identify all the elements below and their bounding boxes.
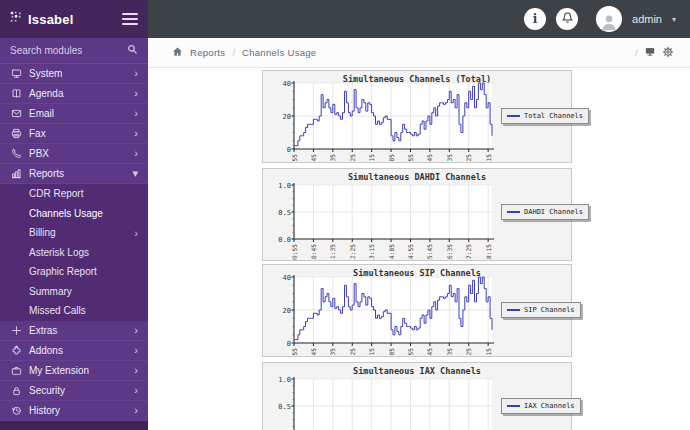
sidebar-subitem-asterisk-logs[interactable]: Asterisk Logs (0, 243, 148, 263)
chevron-right-icon: › (134, 88, 138, 99)
sidebar-item-agenda[interactable]: Agenda› (0, 84, 148, 104)
printer-icon (10, 128, 22, 140)
sidebar-item-label: Fax (29, 128, 46, 139)
chart-card-simultaneous-dahdi-channels: Simultaneous DAHDI Channels1.00.50.009:5… (262, 168, 572, 261)
chevron-down-icon: ▾ (132, 168, 138, 179)
home-icon[interactable] (172, 46, 183, 59)
chart-card-simultaneous-iax-channels: Simultaneous IAX Channels1.00.50.009:551… (262, 362, 572, 430)
sidebar-subitem-billing[interactable]: Billing› (0, 223, 148, 243)
sidebar-item-email[interactable]: Email› (0, 104, 148, 124)
svg-text:20: 20 (283, 113, 291, 121)
sidebar-item-system[interactable]: System› (0, 64, 148, 84)
avatar[interactable] (596, 6, 622, 32)
legend-line-swatch (507, 309, 520, 311)
gear-icon[interactable] (662, 46, 674, 60)
sidebar-item-reports[interactable]: Reports▾ (0, 164, 148, 184)
chevron-right-icon: › (134, 345, 138, 356)
notifications-button[interactable] (556, 8, 578, 30)
monitor-icon (10, 68, 22, 80)
sidebar-subitem-missed-calls[interactable]: Missed Calls (0, 301, 148, 321)
sidebar-item-label: Email (29, 108, 54, 119)
svg-text:0: 0 (287, 340, 291, 348)
chart-legend: SIP Channels (501, 302, 581, 318)
svg-text:14:05: 14:05 (388, 244, 395, 260)
chart-card-simultaneous-sip-channels: Simultaneous SIP Channels4020009:5510:45… (262, 264, 572, 357)
svg-text:12:25: 12:25 (349, 154, 356, 162)
breadcrumb: Reports/Channels Usage (172, 46, 316, 59)
bell-icon (561, 10, 574, 28)
svg-text:40: 40 (283, 80, 291, 88)
info-button[interactable]: i (524, 8, 546, 30)
sidebar-item-label: Agenda (29, 88, 63, 99)
svg-text:18:15: 18:15 (485, 348, 492, 356)
sidebar-footer (0, 421, 148, 430)
chart-card-simultaneous-channels-total: Simultaneous Channels (Total)4020009:551… (262, 70, 572, 163)
svg-text:14:05: 14:05 (388, 348, 395, 356)
book-icon (10, 88, 22, 100)
sidebar-subitem-label: Summary (29, 286, 72, 297)
svg-text:0: 0 (287, 146, 291, 154)
sidebar-item-label: My Extension (29, 365, 89, 376)
svg-text:13:15: 13:15 (368, 154, 375, 162)
svg-text:16:35: 16:35 (446, 348, 453, 356)
sidebar-item-pbx[interactable]: PBX› (0, 144, 148, 164)
sidebar-subitem-graphic-report[interactable]: Graphic Report (0, 262, 148, 282)
search-icon (127, 44, 138, 57)
envelope-icon (10, 108, 22, 120)
svg-text:09:55: 09:55 (291, 244, 298, 260)
sidebar-item-extras[interactable]: Extras› (0, 321, 148, 341)
svg-text:1.0: 1.0 (278, 376, 291, 384)
chevron-right-icon: › (134, 227, 138, 239)
svg-text:0.5: 0.5 (278, 209, 291, 217)
svg-text:09:55: 09:55 (291, 154, 298, 162)
username[interactable]: admin (632, 13, 662, 25)
sidebar-item-addons[interactable]: Addons› (0, 341, 148, 361)
chart-legend: Total Channels (501, 108, 589, 124)
app-title: Issabel (28, 12, 74, 27)
legend-line-swatch (507, 115, 520, 117)
sidebar-item-label: Reports (29, 168, 64, 179)
svg-text:12:25: 12:25 (349, 348, 356, 356)
sidebar-subitem-channels-usage[interactable]: Channels Usage (0, 204, 148, 224)
breadcrumb-item-reports[interactable]: Reports (190, 47, 225, 58)
sidebar-subitem-label: Channels Usage (29, 208, 103, 219)
legend-label: IAX Channels (524, 402, 575, 410)
sidebar-item-security[interactable]: Security› (0, 381, 148, 401)
chevron-right-icon: › (134, 128, 138, 139)
sidebar-item-my-extension[interactable]: My Extension› (0, 361, 148, 381)
charts-area: Simultaneous Channels (Total)4020009:551… (148, 69, 690, 430)
svg-text:20: 20 (283, 307, 291, 315)
plus-icon (10, 324, 22, 336)
chart-legend: IAX Channels (501, 398, 581, 414)
sidebar: Issabel Search modules System›Agenda›Ema… (0, 0, 148, 430)
sidebar-item-label: Addons (29, 345, 63, 356)
svg-text:14:55: 14:55 (407, 154, 414, 162)
sidebar-subitem-label: Missed Calls (29, 305, 86, 316)
sidebar-nav: System›Agenda›Email›Fax›PBX›Reports▾CDR … (0, 64, 148, 421)
puzzle-icon (10, 344, 22, 356)
svg-text:14:55: 14:55 (407, 348, 414, 356)
svg-text:13:15: 13:15 (368, 244, 375, 260)
chart-icon (10, 168, 22, 180)
sidebar-header: Issabel (0, 0, 148, 38)
chevron-right-icon: › (134, 385, 138, 396)
chevron-right-icon: › (134, 68, 138, 79)
sidebar-subitem-summary[interactable]: Summary (0, 282, 148, 302)
submenu-reports: CDR ReportChannels UsageBilling›Asterisk… (0, 184, 148, 321)
display-icon[interactable] (644, 46, 656, 59)
caret-down-icon[interactable]: ▾ (672, 15, 676, 24)
sidebar-item-fax[interactable]: Fax› (0, 124, 148, 144)
svg-text:10:45: 10:45 (310, 154, 317, 162)
sidebar-item-label: System (29, 68, 62, 79)
issabel-logo[interactable]: Issabel (10, 11, 74, 27)
svg-text:10:45: 10:45 (310, 348, 317, 356)
svg-text:09:55: 09:55 (291, 348, 298, 356)
sidebar-item-history[interactable]: History› (0, 401, 148, 421)
sidebar-subitem-cdr-report[interactable]: CDR Report (0, 184, 148, 204)
search-modules[interactable]: Search modules (0, 38, 148, 64)
breadcrumb-bar: Reports/Channels Usage / (148, 38, 690, 68)
sidebar-item-label: Extras (29, 325, 57, 336)
svg-text:40: 40 (283, 274, 291, 282)
hamburger-menu-icon[interactable] (122, 10, 138, 28)
issabel-logo-icon (10, 11, 23, 27)
